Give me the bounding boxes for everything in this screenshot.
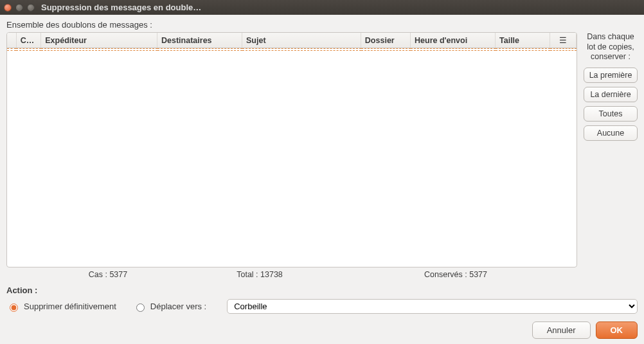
minimize-icon[interactable]: [15, 4, 23, 12]
stats-total: Total : 13738: [184, 270, 335, 279]
col-subject[interactable]: Sujet: [242, 33, 361, 48]
col-menu-icon[interactable]: ☰: [550, 33, 577, 48]
col-size[interactable]: Taille: [496, 33, 550, 48]
duplicates-label: Ensemble des doublons de messages :: [6, 19, 638, 32]
col-check[interactable]: C…: [16, 33, 41, 48]
keep-last-button[interactable]: La dernière: [584, 87, 638, 102]
window-title: Suppression des messages en double…: [41, 3, 201, 12]
ok-button[interactable]: OK: [596, 321, 638, 339]
stats-conserves: Conservés : 5377: [335, 270, 551, 279]
action-label: Action :: [6, 285, 638, 299]
radio-move-input[interactable]: [136, 303, 145, 312]
radio-delete-input[interactable]: [10, 303, 18, 312]
radio-delete[interactable]: Supprimer définitivement: [6, 302, 116, 312]
col-folder[interactable]: Dossier: [361, 33, 410, 48]
selected-group-marker: [7, 49, 577, 51]
side-label: Dans chaque lot de copies, conserver :: [584, 32, 638, 62]
col-caret[interactable]: [7, 33, 16, 48]
keep-none-button[interactable]: Aucune: [584, 125, 638, 141]
side-panel: Dans chaque lot de copies, conserver : L…: [584, 32, 638, 279]
cancel-button[interactable]: Annuler: [532, 321, 591, 339]
table-header-row: C… Expéditeur Destinataires Sujet Dossie…: [7, 33, 577, 48]
stats-cas: Cas : 5377: [32, 270, 184, 279]
col-time[interactable]: Heure d'envoi: [411, 33, 496, 48]
keep-first-button[interactable]: La première: [584, 68, 638, 83]
col-recipients[interactable]: Destinataires: [157, 33, 242, 48]
close-icon[interactable]: [4, 4, 12, 12]
window-buttons: [4, 4, 35, 12]
radio-move[interactable]: Déplacer vers :: [133, 302, 206, 312]
titlebar: Suppression des messages en double…: [0, 0, 644, 15]
folder-select[interactable]: Corbeille: [227, 299, 638, 314]
col-sender[interactable]: Expéditeur: [41, 33, 157, 48]
stats-row: Cas : 5377 Total : 13738 Conservés : 537…: [6, 267, 577, 279]
keep-all-button[interactable]: Toutes: [584, 106, 638, 122]
table-body-scroll[interactable]: [7, 48, 577, 267]
maximize-icon[interactable]: [27, 4, 35, 12]
